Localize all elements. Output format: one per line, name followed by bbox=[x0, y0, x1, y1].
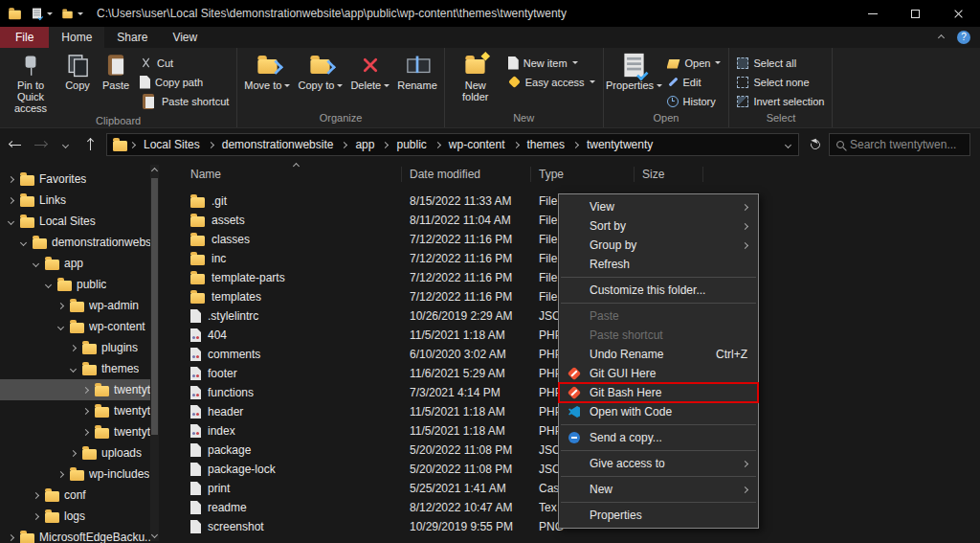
undo-rename-menu-item[interactable]: Undo RenameCtrl+Z bbox=[559, 345, 758, 364]
tree-item-logs[interactable]: logs bbox=[0, 506, 150, 527]
open-with-code-menu-item[interactable]: Open with Code bbox=[559, 402, 758, 421]
tree-item-twentytwen[interactable]: twentytwen... bbox=[0, 421, 150, 442]
new-folder-button[interactable]: New folder bbox=[448, 50, 503, 102]
ribbon-collapse-button[interactable] bbox=[938, 34, 945, 40]
column-header-size[interactable]: Size bbox=[635, 167, 703, 182]
delete-button[interactable]: Delete bbox=[346, 50, 393, 91]
chevron-down-icon[interactable] bbox=[56, 323, 63, 329]
paste-button[interactable]: Paste bbox=[97, 50, 135, 91]
close-button[interactable] bbox=[937, 0, 980, 27]
history-button[interactable]: History bbox=[662, 93, 726, 109]
tree-item-wp-admin[interactable]: wp-admin bbox=[0, 295, 150, 316]
rename-button[interactable]: Rename bbox=[393, 50, 441, 91]
tree-item-local-sites[interactable]: Local Sites bbox=[0, 211, 150, 232]
tree-item-plugins[interactable]: plugins bbox=[0, 337, 150, 358]
chevron-down-icon[interactable] bbox=[69, 365, 76, 372]
tree-item-conf[interactable]: conf bbox=[0, 485, 150, 506]
qat-button-1[interactable] bbox=[30, 5, 53, 22]
tree-item-microsoftedgebacku[interactable]: MicrosoftEdgeBacku... bbox=[0, 527, 150, 543]
copy-path-button[interactable]: Copy path bbox=[135, 74, 234, 90]
view-menu-item[interactable]: View bbox=[559, 197, 758, 216]
group-by-menu-item[interactable]: Group by bbox=[559, 236, 758, 255]
chevron-right-icon[interactable] bbox=[7, 175, 13, 182]
breadcrumb-local-sites[interactable]: Local Sites bbox=[138, 138, 206, 151]
chevron-right-icon[interactable] bbox=[56, 302, 63, 308]
chevron-right-icon[interactable] bbox=[129, 141, 136, 147]
chevron-right-icon[interactable] bbox=[434, 141, 441, 147]
refresh-button[interactable] bbox=[803, 133, 828, 156]
chevron-right-icon[interactable] bbox=[69, 344, 76, 351]
qat-button-2[interactable] bbox=[60, 8, 83, 20]
give-access-to-menu-item[interactable]: Give access to bbox=[559, 454, 758, 473]
copy-to-button[interactable]: Copy to bbox=[294, 50, 346, 91]
tree-item-wp-content[interactable]: wp-content bbox=[0, 316, 150, 337]
chevron-right-icon[interactable] bbox=[32, 491, 38, 498]
breadcrumb-twentytwenty[interactable]: twentytwenty bbox=[581, 138, 658, 151]
chevron-right-icon[interactable] bbox=[69, 449, 76, 456]
chevron-right-icon[interactable] bbox=[512, 141, 519, 147]
move-to-button[interactable]: Move to bbox=[240, 50, 294, 91]
tree-item-twentytwen[interactable]: twentytwen... bbox=[0, 400, 150, 421]
tree-item-public[interactable]: public bbox=[0, 274, 150, 295]
column-header-date-modified[interactable]: Date modified bbox=[402, 167, 531, 182]
recent-locations-button[interactable] bbox=[54, 133, 78, 156]
customize-this-folder-menu-item[interactable]: Customize this folder... bbox=[559, 281, 758, 300]
chevron-right-icon[interactable] bbox=[382, 141, 389, 147]
chevron-right-icon[interactable] bbox=[81, 386, 88, 393]
edit-button[interactable]: Edit bbox=[662, 74, 726, 90]
sort-by-menu-item[interactable]: Sort by bbox=[559, 216, 758, 236]
tab-view[interactable]: View bbox=[160, 27, 210, 48]
tree-item-links[interactable]: Links bbox=[0, 190, 150, 211]
address-dropdown-button[interactable] bbox=[786, 143, 792, 147]
git-bash-here-menu-item[interactable]: Git Bash Here bbox=[559, 383, 758, 402]
breadcrumb-demonstrationwebsite[interactable]: demonstrationwebsite bbox=[216, 138, 340, 151]
chevron-down-icon[interactable] bbox=[32, 260, 38, 266]
help-icon[interactable] bbox=[957, 31, 970, 44]
back-button[interactable] bbox=[4, 133, 28, 156]
chevron-right-icon[interactable] bbox=[56, 470, 63, 477]
tree-item-themes[interactable]: themes bbox=[0, 358, 150, 379]
paste-shortcut-button[interactable]: Paste shortcut bbox=[135, 93, 234, 109]
minimize-button[interactable] bbox=[851, 0, 894, 27]
tree-item-uploads[interactable]: uploads bbox=[0, 442, 150, 464]
breadcrumb-themes[interactable]: themes bbox=[522, 138, 570, 151]
chevron-right-icon[interactable] bbox=[81, 428, 88, 435]
select-none-button[interactable]: Select none bbox=[732, 74, 829, 90]
breadcrumb-public[interactable]: public bbox=[390, 138, 432, 151]
tab-home[interactable]: Home bbox=[49, 27, 104, 48]
chevron-right-icon[interactable] bbox=[572, 141, 579, 147]
search-input[interactable] bbox=[850, 138, 963, 151]
new-item-button[interactable]: New item bbox=[503, 55, 600, 71]
scroll-down-icon[interactable] bbox=[151, 532, 158, 538]
scrollbar-thumb[interactable] bbox=[151, 178, 158, 435]
tree-item-favorites[interactable]: Favorites bbox=[0, 169, 150, 190]
chevron-down-icon[interactable] bbox=[44, 281, 51, 287]
select-all-button[interactable]: Select all bbox=[732, 55, 829, 71]
chevron-down-icon[interactable] bbox=[7, 217, 13, 224]
sidebar-scrollbar[interactable] bbox=[150, 165, 159, 541]
maximize-button[interactable] bbox=[894, 0, 937, 27]
tab-file[interactable]: File bbox=[0, 27, 49, 48]
git-gui-here-menu-item[interactable]: Git GUI Here bbox=[559, 364, 758, 383]
tree-item-demonstrationwebs[interactable]: demonstrationwebs... bbox=[0, 232, 150, 253]
up-button[interactable] bbox=[78, 133, 102, 156]
forward-button[interactable] bbox=[29, 133, 53, 156]
chevron-right-icon[interactable] bbox=[32, 512, 38, 519]
chevron-right-icon[interactable] bbox=[341, 141, 347, 147]
properties-button[interactable]: Properties bbox=[607, 50, 662, 91]
tree-item-wp-includes[interactable]: wp-includes bbox=[0, 464, 150, 485]
new-menu-item[interactable]: New bbox=[559, 480, 758, 499]
easy-access-button[interactable]: Easy access bbox=[503, 74, 600, 90]
column-header-type[interactable]: Type bbox=[531, 167, 635, 182]
chevron-right-icon[interactable] bbox=[81, 407, 88, 414]
open-button[interactable]: Open bbox=[662, 55, 726, 71]
cut-button[interactable]: Cut bbox=[135, 55, 234, 71]
chevron-right-icon[interactable] bbox=[7, 196, 13, 203]
column-header-name[interactable]: Name bbox=[177, 167, 402, 182]
pin-to-quick-access-button[interactable]: Pin to Quick access bbox=[3, 50, 58, 114]
address-box[interactable]: Local Sitesdemonstrationwebsiteapppublic… bbox=[106, 133, 799, 156]
scroll-up-icon[interactable] bbox=[151, 168, 158, 174]
chevron-right-icon[interactable] bbox=[7, 533, 13, 540]
properties-menu-item[interactable]: Properties bbox=[559, 506, 758, 525]
breadcrumb-wp-content[interactable]: wp-content bbox=[443, 138, 511, 151]
